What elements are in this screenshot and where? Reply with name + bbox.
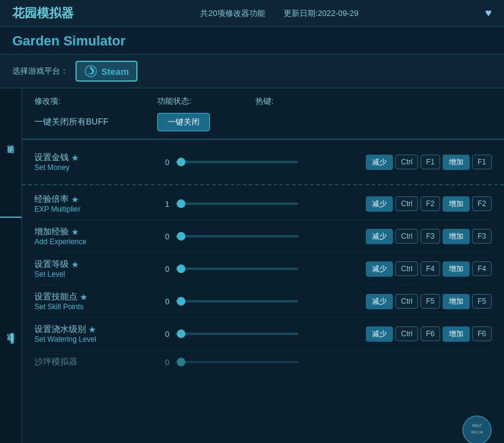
star-icon-4[interactable]: ★	[80, 292, 88, 302]
mod-item-cn-3: 设置等级 ★	[34, 259, 157, 270]
f4-key2-3[interactable]: F4	[472, 261, 492, 276]
f4-key-3[interactable]: F4	[421, 261, 440, 276]
f1-key2-0[interactable]: F1	[472, 155, 492, 169]
mod-item-2: 增加经验 ★ Add Experience 0 减少 Ctrl	[34, 220, 492, 253]
slider-value-6: 0	[157, 358, 169, 367]
col-mod-header: 修改项:	[34, 96, 157, 107]
slider-thumb-3[interactable]	[177, 264, 185, 273]
f6-key2-5[interactable]: F6	[472, 326, 492, 341]
steam-button[interactable]: Steam	[76, 61, 138, 82]
inc-button-1[interactable]: 增加	[443, 196, 470, 212]
mod-item-cn-2: 增加经验 ★	[34, 226, 157, 237]
star-icon-5[interactable]: ★	[88, 325, 96, 334]
game-title: Garden Simulator	[12, 33, 492, 49]
inc-button-2[interactable]: 增加	[443, 229, 470, 244]
slider-area-2: 0	[157, 232, 360, 241]
slider-track-1[interactable]	[176, 202, 298, 205]
f6-key-5[interactable]: F6	[421, 326, 440, 341]
data-section: 经验倍率 ★ EXP Multiplier 1 减少 Ctrl	[22, 185, 504, 376]
ctrl-key-3[interactable]: Ctrl	[395, 261, 418, 276]
star-icon-2[interactable]: ★	[71, 227, 79, 237]
slider-thumb-1[interactable]	[177, 199, 185, 208]
inc-button-4[interactable]: 增加	[443, 294, 470, 309]
slider-thumb-2[interactable]	[177, 232, 185, 241]
mod-item-left-4: 设置技能点 ★ Set Skill Points	[34, 291, 157, 311]
f2-key-1[interactable]: F2	[421, 196, 440, 211]
f3-key-2[interactable]: F3	[421, 229, 440, 244]
header-meta: 共20项修改器功能 更新日期:2022-09-29	[200, 8, 359, 19]
watermark: Win7 系统之家 Win7系统之家 Www.Winwin7.com	[456, 415, 498, 443]
slider-value-1: 1	[157, 199, 169, 209]
slider-thumb-6[interactable]	[177, 358, 185, 366]
mod-item-cn-5: 设置浇水级别 ★	[34, 324, 157, 335]
section-headers: 修改项: 功能状态: 热键:	[34, 96, 492, 107]
buff-item-name: 一键关闭所有BUFF	[34, 117, 157, 128]
slider-area-3: 0	[157, 264, 360, 274]
f5-key-4[interactable]: F5	[421, 294, 440, 309]
hotkey-area-3: 减少 Ctrl F4 增加 F4	[366, 261, 492, 277]
hotkey-area-5: 减少 Ctrl F6 增加 F6	[366, 326, 492, 342]
slider-area-1: 1	[157, 199, 360, 209]
dec-button-1[interactable]: 减少	[366, 196, 393, 212]
f5-key2-4[interactable]: F5	[472, 294, 492, 309]
mod-item-cn-0: 设置金钱 ★	[34, 152, 157, 163]
buff-section: 修改项: 功能状态: 热键: 一键关闭所有BUFF 一键关闭	[22, 88, 504, 140]
mod-item-en-5: Set Watering Level	[34, 335, 157, 344]
slider-track-3[interactable]	[176, 268, 298, 270]
heart-icon[interactable]: ♥	[485, 7, 492, 20]
slider-value-4: 0	[157, 297, 169, 306]
sidebar-item-resources[interactable]: ⊞ 资源	[0, 88, 21, 218]
mod-item-left-3: 设置等级 ★ Set Level	[34, 259, 157, 279]
buff-close-button[interactable]: 一键关闭	[157, 113, 210, 131]
mod-item-cn-6: 沙坪模拟器	[34, 356, 157, 368]
star-icon-1[interactable]: ★	[71, 195, 79, 204]
buff-row: 一键关闭所有BUFF 一键关闭	[34, 113, 492, 131]
left-sidebar: ⊞ 资源 ▐ 数据	[0, 88, 22, 443]
ctrl-key-2[interactable]: Ctrl	[395, 229, 418, 244]
f3-key2-2[interactable]: F3	[472, 229, 492, 244]
inc-button-3[interactable]: 增加	[443, 261, 470, 277]
dec-button-3[interactable]: 减少	[366, 261, 393, 277]
ctrl-key-4[interactable]: Ctrl	[395, 294, 418, 309]
slider-value-3: 0	[157, 264, 169, 274]
dec-button-5[interactable]: 减少	[366, 326, 393, 342]
ctrl-key-5[interactable]: Ctrl	[395, 326, 418, 341]
slider-area-5: 0	[157, 329, 360, 339]
slider-thumb-0[interactable]	[177, 158, 185, 166]
slider-area-0: 0	[157, 158, 360, 167]
resources-section: 设置金钱 ★ Set Money 0 减少 Ctrl F	[22, 140, 504, 185]
slider-value-0: 0	[157, 158, 169, 167]
star-icon-0[interactable]: ★	[71, 153, 79, 163]
mod-item-cn-1: 经验倍率 ★	[34, 194, 157, 205]
slider-value-2: 0	[157, 232, 169, 241]
slider-track-6[interactable]	[176, 361, 298, 363]
ctrl-key-1[interactable]: Ctrl	[395, 196, 418, 211]
mod-item-en-1: EXP Multiplier	[34, 205, 157, 214]
mod-item-en-4: Set Skill Points	[34, 302, 157, 311]
mod-item-1: 经验倍率 ★ EXP Multiplier 1 减少 Ctrl	[34, 188, 492, 220]
star-icon-3[interactable]: ★	[71, 260, 79, 269]
svg-text:Win7: Win7	[472, 423, 482, 428]
hotkey-area-1: 减少 Ctrl F2 增加 F2	[366, 196, 492, 212]
mod-item-left-6: 沙坪模拟器	[34, 356, 157, 368]
slider-thumb-5[interactable]	[177, 329, 185, 338]
ctrl-key-0[interactable]: Ctrl	[395, 155, 418, 169]
dec-button-0[interactable]: 减少	[366, 155, 393, 170]
mod-count: 共20项修改器功能	[200, 8, 265, 19]
inc-button-5[interactable]: 增加	[443, 326, 470, 342]
f1-key-0[interactable]: F1	[421, 155, 440, 169]
mod-item-en-2: Add Experience	[34, 237, 157, 246]
svg-point-1	[90, 67, 92, 69]
dec-button-2[interactable]: 减少	[366, 229, 393, 244]
f2-key2-1[interactable]: F2	[472, 196, 492, 211]
slider-area-4: 0	[157, 297, 360, 306]
sidebar-item-data[interactable]: ▐ 数据	[0, 218, 21, 443]
dec-button-4[interactable]: 减少	[366, 294, 393, 309]
data-items: 经验倍率 ★ EXP Multiplier 1 减少 Ctrl	[22, 188, 504, 374]
slider-track-4[interactable]	[176, 300, 298, 302]
slider-track-2[interactable]	[176, 235, 298, 237]
slider-thumb-4[interactable]	[177, 297, 185, 306]
inc-button-0[interactable]: 增加	[443, 155, 470, 170]
slider-track-5[interactable]	[176, 333, 298, 335]
slider-track-0[interactable]	[176, 161, 298, 163]
